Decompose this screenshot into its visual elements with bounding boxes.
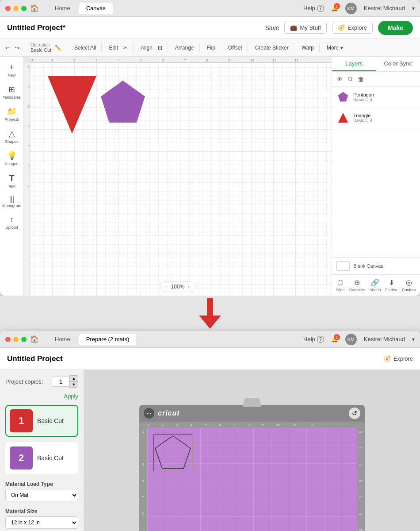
select-all-button[interactable]: Select All <box>73 43 98 53</box>
avatar-2: KM <box>345 334 357 345</box>
redo-button[interactable]: ↪ <box>13 43 21 53</box>
material-load-type-select[interactable]: On Mat <box>5 489 78 501</box>
tab-canvas[interactable]: Canvas <box>79 3 113 14</box>
tab-home-2[interactable]: Home <box>48 334 77 345</box>
material-load-type-section: Material Load Type On Mat <box>5 479 78 501</box>
sidebar-item-text[interactable]: T Text <box>1 170 23 191</box>
chevron-down-icon-2[interactable]: ▾ <box>412 336 415 342</box>
sidebar-item-upload[interactable]: ↑ Upload <box>1 212 23 232</box>
mystuff-button[interactable]: 💼 My Stuff <box>284 22 326 34</box>
mat-ruler-top: 123456789101112 <box>139 422 365 428</box>
explore-button[interactable]: 🧭 Explore <box>332 22 373 34</box>
create-sticker-button[interactable]: Create Sticker <box>253 43 290 53</box>
edit-button[interactable]: Edit <box>107 43 120 53</box>
templates-icon: ⊞ <box>8 85 15 94</box>
material-load-type-row: On Mat <box>5 489 78 501</box>
svg-marker-1 <box>338 92 348 102</box>
sidebar-item-templates[interactable]: ⊞ Templates <box>1 82 23 102</box>
apply-button[interactable]: Apply <box>5 393 78 400</box>
mat-surface[interactable] <box>147 428 357 531</box>
flatten-button[interactable]: ⬇ Flatten <box>385 278 397 292</box>
projects-icon: 📁 <box>7 107 17 116</box>
sidebar-item-shapes[interactable]: △ Shapes <box>1 126 23 146</box>
canvas-area[interactable]: 0 1 2 3 4 5 6 7 8 9 10 11 12 1 2 3 4 5 <box>24 57 332 296</box>
copies-input[interactable] <box>52 377 69 387</box>
slice-button[interactable]: ⬡ Slice <box>336 278 345 292</box>
close-button[interactable] <box>5 6 11 11</box>
copies-input-group[interactable]: ▲ ▼ <box>52 375 78 388</box>
edit-icon-btn[interactable]: ✂ <box>122 43 130 53</box>
zoom-in-button[interactable]: + <box>187 283 191 290</box>
panel-visibility-button[interactable]: 👁 <box>336 75 344 84</box>
tab-color-sync[interactable]: Color Sync <box>376 57 420 71</box>
arrange-button[interactable]: Arrange <box>173 43 196 53</box>
sidebar-item-projects[interactable]: 📁 Projects <box>1 104 23 124</box>
pentagon-shape[interactable] <box>101 81 145 123</box>
offset-button[interactable]: Offset <box>226 43 244 53</box>
layer-item-triangle[interactable]: Triangle Basic Cut <box>332 108 420 128</box>
flip-button[interactable]: Flip <box>205 43 217 53</box>
panel-delete-button[interactable]: 🗑 <box>357 75 365 84</box>
save-button[interactable]: Save <box>265 24 279 31</box>
warp-button[interactable]: Warp <box>300 43 316 53</box>
panel-spacer <box>332 128 420 257</box>
minimize-button[interactable] <box>13 6 19 11</box>
flatten-icon: ⬇ <box>389 278 394 287</box>
sidebar-item-images[interactable]: 💡 Images <box>1 148 23 169</box>
sidebar-item-new[interactable]: + New <box>1 60 23 80</box>
mat-refresh-button[interactable]: ↺ <box>349 408 360 419</box>
zoom-bar: − 100% + <box>160 281 195 292</box>
tab-home[interactable]: Home <box>48 3 77 14</box>
titlebar-tabs-2: Home Prepare (2 mats) <box>48 334 136 345</box>
svg-rect-3 <box>207 298 213 316</box>
help-button[interactable]: Help ? <box>303 5 324 12</box>
tab-layers[interactable]: Layers <box>332 57 376 71</box>
combine-button[interactable]: ⊕ Combine <box>349 278 365 292</box>
maximize-button-2[interactable] <box>21 337 27 342</box>
down-arrow-icon <box>199 298 221 329</box>
make-button[interactable]: Make <box>378 21 413 35</box>
help-button-2[interactable]: Help ? <box>303 336 324 343</box>
tab-prepare[interactable]: Prepare (2 mats) <box>79 334 137 345</box>
align-icon-btn[interactable]: ⊟ <box>156 43 164 53</box>
main-layout: + New ⊞ Templates 📁 Projects △ Shapes 💡 … <box>0 57 420 296</box>
material-size-select[interactable]: 12 in x 12 in <box>5 516 78 529</box>
layer-item-pentagon[interactable]: Pentagon Basic Cut <box>332 87 420 108</box>
blank-canvas-thumb <box>336 261 350 271</box>
canvas-content[interactable] <box>30 63 332 296</box>
panel-group-button[interactable]: ⧉ <box>347 74 353 84</box>
zoom-out-button[interactable]: − <box>164 283 168 290</box>
mat-options-button[interactable]: ··· <box>144 408 154 419</box>
svg-marker-6 <box>155 436 191 469</box>
more-button[interactable]: More ▾ <box>325 43 345 53</box>
mat-card-1[interactable]: 1 Basic Cut <box>5 405 78 437</box>
notification-button[interactable]: 🔔 1 <box>331 5 338 12</box>
toolbar-operation-group: Operation Basic Cut ✏️ <box>31 42 67 53</box>
compass-icon-2: 🧭 <box>384 355 391 362</box>
chevron-down-icon[interactable]: ▾ <box>412 5 415 12</box>
operation-selector[interactable]: Operation Basic Cut <box>31 42 51 53</box>
copies-decrement[interactable]: ▼ <box>69 381 78 388</box>
contour-button[interactable]: ◎ Contour <box>402 278 416 292</box>
upload-icon: ↑ <box>10 215 14 224</box>
pentagon-layer-name: Pentagon <box>353 92 374 97</box>
svg-marker-4 <box>199 316 221 329</box>
notification-button-2[interactable]: 🔔 1 <box>331 336 338 342</box>
undo-button[interactable]: ↩ <box>4 43 11 53</box>
mat-outer: ··· cricut ↺ 123456789101112 123456789 <box>139 405 365 531</box>
monogram-icon: ||| <box>9 196 14 203</box>
maximize-button[interactable] <box>21 6 27 11</box>
minimize-button-2[interactable] <box>13 337 19 342</box>
triangle-shape[interactable] <box>48 76 96 134</box>
close-button-2[interactable] <box>5 337 11 342</box>
attach-button[interactable]: 🔗 Attach <box>370 278 381 292</box>
pen-tool-button[interactable]: ✏️ <box>53 43 63 53</box>
traffic-lights-2 <box>5 337 27 342</box>
sidebar-item-monogram[interactable]: ||| Monogram <box>1 193 23 211</box>
layers-panel: Layers Color Sync 👁 ⧉ 🗑 Pentagon Basic C… <box>332 57 420 296</box>
copies-increment[interactable]: ▲ <box>69 375 78 381</box>
attach-icon: 🔗 <box>370 278 379 287</box>
align-button[interactable]: Align <box>139 43 154 53</box>
explore-button-2[interactable]: 🧭 Explore <box>384 355 413 362</box>
mat-card-2[interactable]: 2 Basic Cut <box>5 442 78 474</box>
